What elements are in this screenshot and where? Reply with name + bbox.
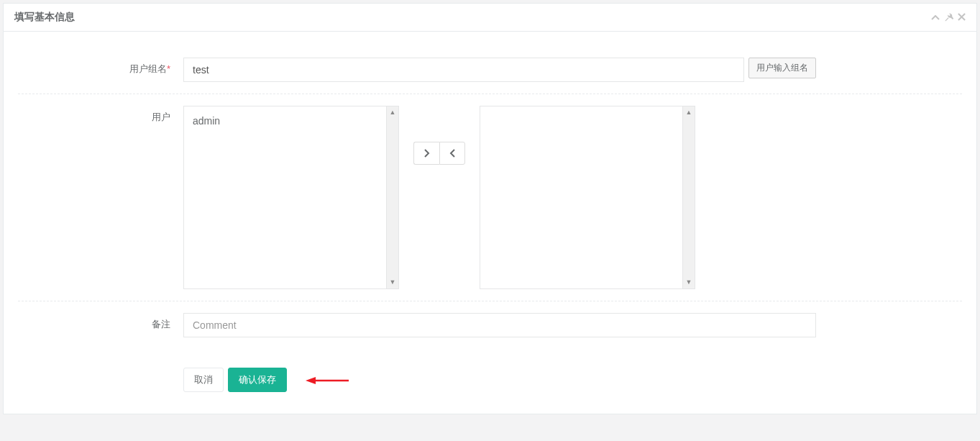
move-right-button[interactable]: [413, 142, 439, 165]
row-group-name: 用户组名* 用户输入组名: [18, 46, 962, 94]
scroll-up-icon[interactable]: ▲: [387, 106, 398, 119]
group-name-input[interactable]: [183, 58, 744, 82]
transfer-controls: [413, 142, 465, 165]
save-button[interactable]: 确认保存: [228, 368, 287, 392]
chevron-right-icon: [424, 149, 430, 158]
panel-body: 用户组名* 用户输入组名 用户 admin ▲ ▼: [4, 32, 976, 414]
group-name-hint: 用户输入组名: [748, 58, 816, 78]
available-users-listbox[interactable]: admin ▲ ▼: [183, 106, 399, 289]
required-mark: *: [167, 63, 170, 74]
move-left-button[interactable]: [439, 142, 465, 165]
selected-users-listbox[interactable]: ▲ ▼: [480, 106, 695, 289]
scroll-up-icon[interactable]: ▲: [683, 106, 695, 119]
dual-listbox: admin ▲ ▼: [183, 106, 695, 289]
scrollbar[interactable]: ▲ ▼: [386, 106, 398, 288]
label-users: 用户: [18, 106, 183, 124]
label-comment: 备注: [18, 313, 183, 331]
comment-input[interactable]: [183, 313, 816, 337]
wrench-icon[interactable]: [944, 12, 953, 23]
form-actions: 取消 确认保存: [18, 349, 962, 392]
panel-title: 填写基本信息: [14, 11, 75, 24]
scroll-down-icon[interactable]: ▼: [387, 276, 398, 288]
panel-tools: [931, 12, 966, 23]
label-group-name-text: 用户组名: [129, 63, 167, 74]
arrow-annotation: [306, 376, 349, 384]
chevron-left-icon: [449, 149, 455, 158]
cancel-button[interactable]: 取消: [183, 368, 224, 392]
svg-marker-1: [306, 377, 316, 384]
label-group-name: 用户组名*: [18, 58, 183, 76]
list-item[interactable]: admin: [193, 112, 377, 129]
scrollbar[interactable]: ▲ ▼: [682, 106, 695, 288]
collapse-icon[interactable]: [931, 13, 940, 22]
basic-info-panel: 填写基本信息 用户组名* 用户输入组名 用户: [3, 3, 977, 414]
close-icon[interactable]: [958, 13, 966, 22]
row-users: 用户 admin ▲ ▼: [18, 94, 962, 301]
scroll-down-icon[interactable]: ▼: [683, 276, 695, 288]
row-comment: 备注: [18, 301, 962, 349]
panel-heading: 填写基本信息: [4, 4, 976, 32]
